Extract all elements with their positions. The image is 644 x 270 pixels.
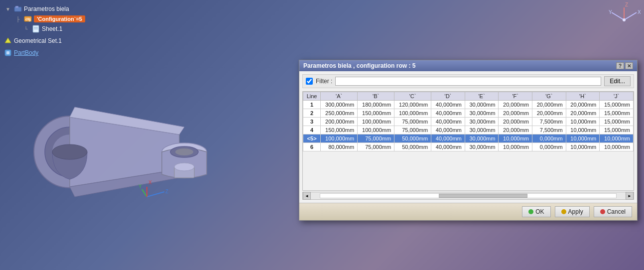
horizontal-scrollbar[interactable]: ◄ ► <box>302 192 634 200</box>
col-f: 'F` <box>499 92 532 101</box>
table-cell: 40,000mm <box>431 126 465 135</box>
3d-model-svg: Z Y X <box>30 70 239 249</box>
filter-bar: Filter : Edit... <box>302 74 634 88</box>
svg-point-18 <box>174 163 194 171</box>
table-cell: 40,000mm <box>431 135 465 143</box>
tree-node-icon <box>14 5 22 13</box>
ok-button[interactable]: OK <box>522 206 550 217</box>
table-cell: 50,000mm <box>394 143 431 151</box>
svg-rect-1 <box>15 6 18 8</box>
table-row[interactable]: 680,000mm75,000mm50,000mm40,000mm30,000m… <box>303 143 634 151</box>
table-cell: 10,000mm <box>499 135 532 143</box>
filter-label: Filter : <box>316 78 332 85</box>
cancel-button[interactable]: Cancel <box>594 206 632 217</box>
table-cell: 0,000mm <box>532 143 566 151</box>
table-cell: 20,000mm <box>532 101 566 109</box>
dialog-footer: OK Apply Cancel <box>299 203 637 220</box>
table-header-row: Line 'A` 'B` 'C` 'D` 'E` 'F` 'G` 'H` 'J` <box>303 92 634 101</box>
scroll-left-arrow[interactable]: ◄ <box>303 192 311 200</box>
svg-text:X: X <box>148 180 152 185</box>
col-g: 'G` <box>532 92 566 101</box>
table-cell: 40,000mm <box>431 143 465 151</box>
dialog-help-button[interactable]: ? <box>616 62 624 69</box>
col-line: Line <box>303 92 321 101</box>
svg-line-26 <box>612 12 624 20</box>
table-row[interactable]: <5>100,000mm75,000mm50,000mm40,000mm30,0… <box>303 135 634 143</box>
axes-indicator: X Y Z <box>607 2 642 37</box>
svg-point-16 <box>52 144 87 159</box>
table-cell: 30,000mm <box>465 135 499 143</box>
col-d: 'D` <box>431 92 465 101</box>
table-cell: 7,500mm <box>532 126 566 135</box>
table-row[interactable]: 2250,000mm150,000mm100,000mm40,000mm30,0… <box>303 109 634 118</box>
tree-item-config[interactable]: ├ cfg 'Configuration`=5 <box>4 14 96 24</box>
table-cell: 20,000mm <box>532 109 566 118</box>
tree-item-root[interactable]: ▼ Parametros biela <box>4 4 96 14</box>
table-row[interactable]: 4150,000mm100,000mm75,000mm40,000mm30,00… <box>303 126 634 135</box>
svg-line-20 <box>142 189 147 197</box>
scroll-thumb[interactable] <box>439 194 527 198</box>
table-cell: 10,000mm <box>566 126 600 135</box>
table-cell: <5> <box>303 135 321 143</box>
table-cell: 4 <box>303 126 321 135</box>
svg-text:Z: Z <box>165 189 168 194</box>
table-cell: 75,000mm <box>394 126 431 135</box>
table-cell: 40,000mm <box>431 118 465 126</box>
table-cell: 120,000mm <box>394 101 431 109</box>
table-cell: 10,000mm <box>566 143 600 151</box>
table-cell: 2 <box>303 109 321 118</box>
table-cell: 30,000mm <box>465 101 499 109</box>
config-table: Line 'A` 'B` 'C` 'D` 'E` 'F` 'G` 'H` 'J`… <box>303 92 634 151</box>
ok-icon <box>528 209 533 214</box>
apply-label: Apply <box>568 208 583 215</box>
col-h: 'H` <box>566 92 600 101</box>
ok-label: OK <box>535 208 544 215</box>
apply-icon <box>561 209 566 214</box>
table-cell: 180,000mm <box>358 101 394 109</box>
table-row[interactable]: 3200,000mm100,000mm75,000mm40,000mm30,00… <box>303 118 634 126</box>
dialog-close-button[interactable]: ✕ <box>625 62 633 69</box>
table-cell: 20,000mm <box>566 101 600 109</box>
table-cell: 300,000mm <box>321 101 358 109</box>
table-body: 1300,000mm180,000mm120,000mm40,000mm30,0… <box>303 101 634 151</box>
cancel-icon <box>600 209 605 214</box>
dialog-titlebar: Parametros biela , configuration row : 5… <box>299 60 637 71</box>
col-c: 'C` <box>394 92 431 101</box>
table-cell: 100,000mm <box>394 109 431 118</box>
table-cell: 3 <box>303 118 321 126</box>
table-cell: 30,000mm <box>465 118 499 126</box>
table-cell: 20,000mm <box>499 109 532 118</box>
table-cell: 30,000mm <box>465 126 499 135</box>
table-cell: 15,000mm <box>600 109 634 118</box>
table-cell: 20,000mm <box>566 109 600 118</box>
table-cell: 75,000mm <box>358 135 394 143</box>
table-cell: 20,000mm <box>499 118 532 126</box>
table-cell: 40,000mm <box>431 109 465 118</box>
table-cell: 75,000mm <box>358 143 394 151</box>
model-area: Z Y X <box>0 30 294 259</box>
table-cell: 75,000mm <box>394 118 431 126</box>
svg-text:X: X <box>638 9 641 15</box>
col-b: 'B` <box>358 92 394 101</box>
table-row[interactable]: 1300,000mm180,000mm120,000mm40,000mm30,0… <box>303 101 634 109</box>
data-table-scroll[interactable]: Line 'A` 'B` 'C` 'D` 'E` 'F` 'G` 'H` 'J`… <box>302 91 634 191</box>
table-cell: 100,000mm <box>358 126 394 135</box>
dialog-body: Filter : Edit... Line 'A` 'B` 'C` 'D` 'E… <box>299 71 637 203</box>
scroll-track[interactable] <box>320 193 617 198</box>
svg-text:cfg: cfg <box>25 17 31 21</box>
svg-text:Y: Y <box>138 184 142 189</box>
table-cell: 15,000mm <box>600 118 634 126</box>
table-cell: 15,000mm <box>600 101 634 109</box>
edit-button[interactable]: Edit... <box>604 76 631 86</box>
tree-connector-icon: ├ <box>14 15 22 23</box>
table-cell: 30,000mm <box>465 109 499 118</box>
apply-button[interactable]: Apply <box>555 206 590 217</box>
scroll-right-arrow[interactable]: ► <box>626 192 634 200</box>
filter-checkbox[interactable] <box>306 78 313 85</box>
table-cell: 10,000mm <box>566 118 600 126</box>
svg-point-31 <box>623 18 626 21</box>
svg-point-15 <box>175 148 193 155</box>
tree-root-label: Parametros biela <box>24 5 69 12</box>
filter-input[interactable] <box>335 77 601 86</box>
table-cell: 80,000mm <box>321 143 358 151</box>
